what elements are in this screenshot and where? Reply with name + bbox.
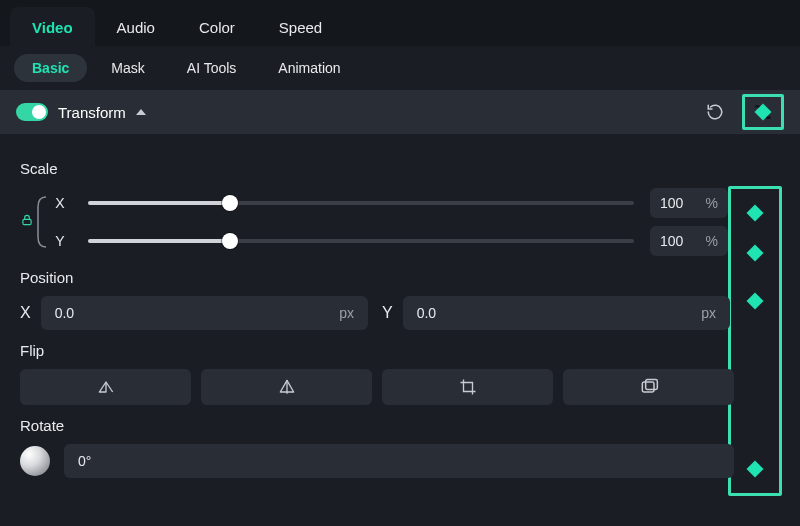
scale-x-label: X (48, 195, 72, 211)
transform-toggle[interactable] (16, 103, 48, 121)
flip-vertical-icon (277, 378, 297, 396)
rotate-row: 0° (20, 444, 780, 478)
position-y-value: 0.0 (417, 305, 436, 321)
position-x-value: 0.0 (55, 305, 74, 321)
scale-x-slider[interactable] (88, 187, 634, 219)
scale-y-slider[interactable] (88, 225, 634, 257)
scale-y-row: Y 100 % (20, 225, 780, 257)
subtab-animation[interactable]: Animation (260, 54, 358, 82)
main-tabs: Video Audio Color Speed (0, 0, 800, 46)
svg-rect-3 (645, 380, 657, 390)
subtab-ai-tools[interactable]: AI Tools (169, 54, 255, 82)
position-row: X 0.0 px Y 0.0 px (20, 296, 780, 330)
position-y-unit: px (701, 305, 716, 321)
keyframe-icon (747, 245, 764, 262)
transform-header: Transform (0, 90, 800, 134)
flip-vertical-button[interactable] (201, 369, 372, 405)
keyframe-icon (747, 293, 764, 310)
transform-title: Transform (58, 104, 126, 121)
transform-panel: Scale X 100 % Y (0, 134, 800, 478)
tab-audio[interactable]: Audio (95, 7, 177, 46)
crop-icon (459, 378, 477, 396)
rotate-value: 0° (78, 453, 91, 469)
scale-label: Scale (20, 160, 780, 177)
keyframe-master-button[interactable] (742, 94, 784, 130)
position-y-label: Y (382, 304, 393, 322)
tab-color[interactable]: Color (177, 7, 257, 46)
fit-button[interactable] (563, 369, 734, 405)
scale-y-input[interactable]: 100 % (650, 226, 728, 256)
scale-lock-button[interactable] (20, 213, 34, 231)
svg-rect-2 (642, 382, 654, 392)
scale-y-keyframe-button[interactable] (744, 242, 766, 264)
scale-x-row: X 100 % (20, 187, 780, 219)
lock-icon (20, 213, 34, 227)
tab-speed[interactable]: Speed (257, 7, 344, 46)
scale-y-value: 100 (660, 233, 683, 249)
reset-button[interactable] (702, 99, 728, 125)
subtab-mask[interactable]: Mask (93, 54, 162, 82)
rotate-label: Rotate (20, 417, 780, 434)
subtab-basic[interactable]: Basic (14, 54, 87, 82)
scale-y-unit: % (706, 233, 718, 249)
scale-x-keyframe-button[interactable] (744, 202, 766, 224)
position-x-label: X (20, 304, 31, 322)
fit-icon (639, 378, 659, 396)
svg-rect-0 (23, 219, 31, 224)
flip-horizontal-button[interactable] (20, 369, 191, 405)
flip-row (20, 369, 780, 405)
sub-tabs: Basic Mask AI Tools Animation (0, 46, 800, 90)
position-keyframe-button[interactable] (744, 290, 766, 312)
scale-x-input[interactable]: 100 % (650, 188, 728, 218)
keyframe-icon (747, 461, 764, 478)
position-x-unit: px (339, 305, 354, 321)
flip-label: Flip (20, 342, 780, 359)
collapse-icon[interactable] (136, 109, 146, 115)
rotate-dial[interactable] (20, 446, 50, 476)
reset-icon (706, 103, 724, 121)
keyframe-master-icon (755, 104, 772, 121)
rotate-keyframe-button[interactable] (744, 458, 766, 480)
flip-horizontal-icon (96, 378, 116, 396)
keyframe-icon (747, 205, 764, 222)
scale-y-label: Y (48, 233, 72, 249)
position-x-input[interactable]: 0.0 px (41, 296, 368, 330)
rotate-input[interactable]: 0° (64, 444, 734, 478)
position-y-input[interactable]: 0.0 px (403, 296, 730, 330)
scale-x-value: 100 (660, 195, 683, 211)
crop-button[interactable] (382, 369, 553, 405)
scale-x-unit: % (706, 195, 718, 211)
tab-video[interactable]: Video (10, 7, 95, 46)
position-label: Position (20, 269, 780, 286)
